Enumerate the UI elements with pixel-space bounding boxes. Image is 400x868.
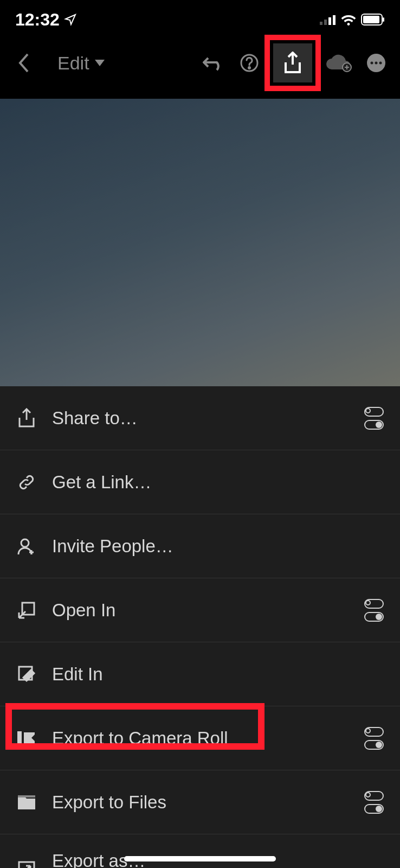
- menu-label: Get a Link…: [52, 472, 151, 493]
- settings-toggle-icon[interactable]: [364, 791, 384, 814]
- menu-label: Export to Files: [52, 792, 166, 813]
- export-as-icon: [16, 859, 37, 868]
- status-right: [320, 14, 385, 25]
- menu-invite-people[interactable]: Invite People…: [0, 514, 400, 578]
- home-indicator[interactable]: [124, 856, 276, 861]
- status-bar: 12:32: [0, 0, 400, 33]
- svg-point-11: [371, 62, 373, 65]
- toolbar-title: Edit: [57, 53, 89, 74]
- location-icon: [64, 13, 77, 26]
- edit-in-icon: [16, 664, 37, 685]
- svg-point-13: [379, 62, 382, 65]
- menu-export-files[interactable]: Export to Files: [0, 770, 400, 834]
- menu-export-as[interactable]: Export as… Choose file type, sizing and …: [0, 834, 400, 868]
- folder-icon: [16, 792, 37, 813]
- share-icon: [282, 52, 303, 74]
- svg-rect-2: [328, 17, 331, 25]
- status-time: 12:32: [15, 10, 60, 30]
- cellular-icon: [320, 14, 336, 25]
- invite-icon: [16, 536, 37, 557]
- svg-point-14: [21, 539, 29, 547]
- back-button[interactable]: [12, 51, 36, 75]
- menu-get-link[interactable]: Get a Link…: [0, 450, 400, 514]
- wifi-icon: [340, 14, 357, 25]
- chevron-down-icon: [95, 60, 105, 66]
- svg-point-12: [375, 62, 378, 65]
- svg-rect-1: [324, 20, 327, 25]
- more-button[interactable]: [364, 51, 388, 75]
- menu-open-in[interactable]: Open In: [0, 578, 400, 642]
- svg-rect-18: [18, 795, 35, 797]
- menu-export-camera-roll[interactable]: Export to Camera Roll: [0, 706, 400, 770]
- svg-rect-0: [320, 22, 322, 25]
- share-button[interactable]: [273, 43, 312, 82]
- menu-label: Edit In: [52, 664, 103, 685]
- svg-rect-17: [17, 731, 22, 745]
- svg-rect-6: [383, 17, 384, 22]
- camera-roll-icon: [16, 728, 37, 749]
- menu-label: Share to…: [52, 408, 138, 429]
- settings-toggle-icon[interactable]: [364, 407, 384, 430]
- photo-preview[interactable]: [0, 99, 400, 386]
- help-button[interactable]: [237, 51, 261, 75]
- battery-icon: [361, 14, 385, 25]
- menu-label: Invite People…: [52, 536, 173, 557]
- svg-rect-3: [333, 15, 336, 25]
- edit-dropdown[interactable]: Edit: [57, 53, 105, 74]
- settings-toggle-icon[interactable]: [364, 599, 384, 622]
- svg-rect-5: [363, 16, 379, 23]
- menu-share-to[interactable]: Share to…: [0, 386, 400, 450]
- top-toolbar: Edit: [0, 33, 400, 99]
- share-icon: [16, 408, 37, 429]
- open-in-icon: [16, 600, 37, 621]
- settings-toggle-icon[interactable]: [364, 727, 384, 750]
- menu-label: Export to Camera Roll: [52, 728, 228, 749]
- menu-label: Open In: [52, 600, 115, 621]
- undo-button[interactable]: [202, 51, 225, 75]
- link-icon: [16, 472, 37, 493]
- menu-edit-in[interactable]: Edit In: [0, 642, 400, 706]
- svg-point-8: [249, 67, 250, 69]
- cloud-add-button[interactable]: [324, 51, 352, 75]
- share-menu: Share to… Get a Link… Invite People… Ope…: [0, 386, 400, 868]
